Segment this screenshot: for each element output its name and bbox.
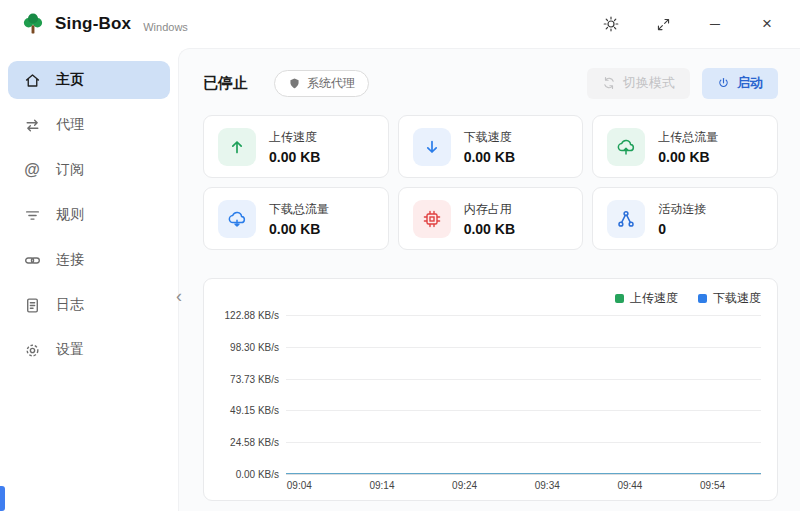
sidebar-item-subscription[interactable]: @ 订阅	[8, 151, 170, 189]
y-tick: 73.73 KB/s	[230, 373, 279, 384]
x-tick: 09:34	[535, 480, 560, 491]
cloud-upload-icon	[607, 128, 645, 166]
stat-value: 0.00 KB	[658, 149, 718, 165]
legend-swatch-upload	[615, 294, 624, 303]
swap-arrows-icon	[23, 116, 41, 134]
app-title: Sing-Box	[55, 14, 131, 34]
sidebar-item-home[interactable]: 主页	[8, 61, 170, 99]
y-tick: 0.00 KB/s	[236, 469, 279, 480]
traffic-chart-card: 上传速度 下载速度 122.88 KB/s 98.30 KB/s 73.73 K…	[203, 278, 778, 501]
stats-grid: 上传速度 0.00 KB 下载速度 0.00 KB	[203, 115, 778, 250]
x-tick: 09:54	[700, 480, 725, 491]
sidebar-item-settings[interactable]: 设置	[8, 331, 170, 369]
legend-item-upload: 上传速度	[615, 290, 678, 307]
legend-swatch-download	[698, 294, 707, 303]
chart-plot	[286, 315, 761, 474]
memory-chip-icon	[413, 200, 451, 238]
stat-value: 0.00 KB	[464, 149, 515, 165]
start-button[interactable]: 启动	[702, 68, 778, 99]
branch-icon	[607, 200, 645, 238]
stat-card-download-total: 下载总流量 0.00 KB	[203, 187, 389, 250]
sidebar-item-label: 连接	[56, 251, 84, 269]
sync-icon	[602, 76, 616, 90]
stat-card-upload-speed: 上传速度 0.00 KB	[203, 115, 389, 178]
x-tick: 09:24	[452, 480, 477, 491]
document-icon	[23, 296, 41, 314]
system-proxy-badge-label: 系统代理	[307, 75, 355, 92]
titlebar: Sing-Box Windows ─ ×	[0, 0, 800, 48]
legend-item-download: 下载速度	[698, 290, 761, 307]
sidebar-item-label: 日志	[56, 296, 84, 314]
chart-body: 122.88 KB/s 98.30 KB/s 73.73 KB/s 49.15 …	[218, 315, 761, 494]
arrow-down-icon	[413, 128, 451, 166]
theme-toggle-icon[interactable]	[592, 9, 630, 39]
edge-accent-bar	[0, 486, 5, 511]
stat-label: 上传总流量	[658, 129, 718, 146]
chart-x-axis: 09:04 09:14 09:24 09:34 09:44 09:54	[286, 474, 761, 494]
y-tick: 98.30 KB/s	[230, 341, 279, 352]
sidebar-item-connections[interactable]: 连接	[8, 241, 170, 279]
x-tick: 09:14	[369, 480, 394, 491]
chart-legend: 上传速度 下载速度	[218, 290, 761, 307]
status-row: 已停止 系统代理 切换模式	[203, 67, 778, 99]
y-tick: 24.58 KB/s	[230, 437, 279, 448]
arrow-up-icon	[218, 128, 256, 166]
y-tick: 122.88 KB/s	[225, 310, 279, 321]
stat-label: 下载总流量	[269, 201, 329, 218]
sidebar-item-label: 设置	[56, 341, 84, 359]
home-icon	[23, 71, 41, 89]
power-icon	[717, 77, 730, 90]
stat-value: 0.00 KB	[464, 221, 515, 237]
cloud-download-icon	[218, 200, 256, 238]
app-body: 主页 代理 @ 订阅 规则	[0, 48, 800, 511]
chart-series-lines	[286, 315, 761, 474]
tree-logo-icon	[20, 11, 46, 37]
link-icon	[23, 251, 41, 269]
system-proxy-badge[interactable]: 系统代理	[274, 70, 369, 97]
x-tick: 09:04	[287, 480, 312, 491]
stat-card-active-connections: 活动连接 0	[592, 187, 778, 250]
filter-lines-icon	[23, 206, 41, 224]
sidebar-item-label: 规则	[56, 206, 84, 224]
gear-icon	[23, 341, 41, 359]
sidebar-item-rules[interactable]: 规则	[8, 196, 170, 234]
window-controls: ─ ×	[592, 9, 786, 39]
main-content: ‹ 已停止 系统代理	[178, 48, 800, 511]
status-state-label: 已停止	[203, 74, 248, 93]
legend-label: 下载速度	[713, 290, 761, 307]
stat-card-upload-total: 上传总流量 0.00 KB	[592, 115, 778, 178]
sidebar-item-label: 代理	[56, 116, 84, 134]
sidebar: 主页 代理 @ 订阅 规则	[0, 48, 178, 511]
stat-label: 内存占用	[464, 201, 515, 218]
shield-icon	[288, 77, 301, 90]
at-sign-icon: @	[23, 161, 41, 179]
switch-mode-button[interactable]: 切换模式	[587, 68, 690, 99]
close-button[interactable]: ×	[748, 9, 786, 39]
y-tick: 49.15 KB/s	[230, 405, 279, 416]
stat-value: 0	[658, 221, 706, 237]
stat-label: 下载速度	[464, 129, 515, 146]
x-tick: 09:44	[617, 480, 642, 491]
stat-card-memory: 内存占用 0.00 KB	[398, 187, 584, 250]
platform-label: Windows	[143, 21, 188, 33]
sidebar-item-label: 主页	[56, 71, 84, 89]
stat-value: 0.00 KB	[269, 149, 320, 165]
stat-card-download-speed: 下载速度 0.00 KB	[398, 115, 584, 178]
legend-label: 上传速度	[630, 290, 678, 307]
fullscreen-icon[interactable]	[644, 9, 682, 39]
stat-label: 活动连接	[658, 201, 706, 218]
sidebar-item-label: 订阅	[56, 161, 84, 179]
sidebar-collapse-handle[interactable]: ‹	[170, 281, 188, 311]
stat-value: 0.00 KB	[269, 221, 329, 237]
sidebar-item-proxy[interactable]: 代理	[8, 106, 170, 144]
minimize-button[interactable]: ─	[696, 9, 734, 39]
chart-plot-wrap: 09:04 09:14 09:24 09:34 09:44 09:54	[286, 315, 761, 494]
start-button-label: 启动	[737, 74, 763, 92]
switch-mode-button-label: 切换模式	[623, 74, 675, 92]
chart-y-axis: 122.88 KB/s 98.30 KB/s 73.73 KB/s 49.15 …	[218, 315, 286, 474]
stat-label: 上传速度	[269, 129, 320, 146]
sidebar-item-logs[interactable]: 日志	[8, 286, 170, 324]
brand: Sing-Box Windows	[20, 11, 188, 37]
app-window: Sing-Box Windows ─ ×	[0, 0, 800, 511]
